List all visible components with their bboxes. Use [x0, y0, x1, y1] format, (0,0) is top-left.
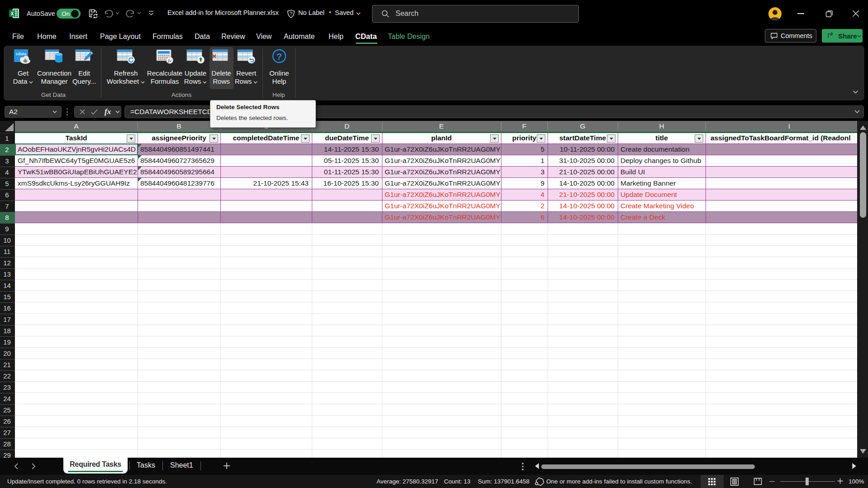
- svg-text:cdata: cdata: [16, 52, 27, 56]
- svg-text:?: ?: [290, 11, 292, 16]
- svg-text:X: X: [11, 11, 14, 16]
- svg-text:fx: fx: [168, 58, 172, 63]
- svg-text:?: ?: [277, 51, 282, 62]
